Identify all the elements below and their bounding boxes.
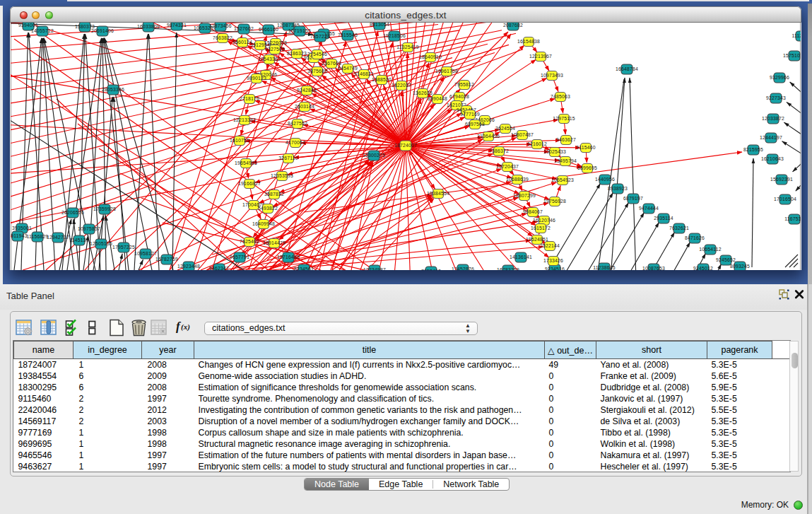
- svg-text:3624554: 3624554: [495, 126, 515, 131]
- svg-text:1733426: 1733426: [543, 258, 563, 263]
- svg-text:16154838: 16154838: [517, 39, 540, 44]
- svg-text:8471626: 8471626: [685, 235, 705, 240]
- svg-text:5493822: 5493822: [258, 206, 278, 211]
- svg-text:1615172: 1615172: [531, 226, 551, 230]
- svg-text:1440956: 1440956: [595, 177, 615, 182]
- svg-text:16210643: 16210643: [761, 156, 784, 161]
- svg-text:10025433: 10025433: [543, 149, 566, 154]
- svg-text:2718176: 2718176: [240, 96, 259, 101]
- svg-text:7485063: 7485063: [551, 94, 570, 99]
- svg-text:10543362: 10543362: [258, 57, 281, 62]
- svg-text:9327505: 9327505: [265, 47, 285, 52]
- svg-text:2754546: 2754546: [307, 52, 327, 57]
- svg-text:9245012: 9245012: [693, 266, 713, 271]
- svg-text:9660124: 9660124: [233, 40, 252, 45]
- svg-text:2603144: 2603144: [295, 104, 314, 109]
- svg-text:15300275: 15300275: [363, 153, 385, 158]
- svg-text:16914479: 16914479: [263, 240, 286, 245]
- svg-text:11238645: 11238645: [593, 265, 616, 270]
- svg-text:12975115: 12975115: [553, 116, 575, 121]
- svg-text:9874321: 9874321: [167, 23, 187, 28]
- svg-text:6216012: 6216012: [527, 141, 547, 146]
- svg-text:17957225: 17957225: [112, 245, 135, 250]
- svg-text:2935114: 2935114: [654, 216, 673, 221]
- svg-text:6794028: 6794028: [449, 94, 469, 99]
- svg-text:26206576: 26206576: [61, 210, 84, 215]
- svg-text:2087682: 2087682: [503, 23, 523, 28]
- svg-text:9657791: 9657791: [230, 255, 249, 259]
- svg-text:6899695: 6899695: [577, 165, 597, 170]
- svg-text:9463627: 9463627: [556, 137, 576, 142]
- svg-text:15716485: 15716485: [277, 255, 300, 259]
- svg-text:18724007: 18724007: [394, 143, 417, 148]
- svg-text:10654923: 10654923: [551, 177, 574, 182]
- svg-text:1145139: 1145139: [69, 238, 89, 243]
- svg-text:10654112: 10654112: [699, 247, 722, 252]
- svg-text:1527602: 1527602: [234, 26, 254, 31]
- svg-text:15751074: 15751074: [783, 53, 806, 58]
- svg-text:9084067: 9084067: [523, 209, 543, 214]
- svg-text:11156829: 11156829: [26, 234, 48, 239]
- svg-text:3875685: 3875685: [307, 69, 327, 74]
- svg-text:19218506: 19218506: [383, 33, 406, 38]
- svg-text:16961758: 16961758: [435, 69, 458, 74]
- svg-text:(x): (x): [181, 322, 190, 332]
- svg-text:15692391: 15692391: [770, 177, 793, 182]
- svg-text:2367608: 2367608: [322, 61, 341, 66]
- svg-text:3267110: 3267110: [278, 156, 298, 160]
- svg-text:9890123: 9890123: [247, 76, 266, 81]
- svg-text:1167533: 1167533: [784, 216, 804, 221]
- svg-text:9394001: 9394001: [18, 23, 38, 28]
- svg-text:7625402: 7625402: [240, 239, 259, 244]
- svg-text:6966160: 6966160: [259, 27, 278, 32]
- svg-text:10719155: 10719155: [288, 28, 311, 33]
- svg-text:15720437: 15720437: [496, 164, 519, 169]
- svg-text:19166827: 19166827: [238, 181, 261, 186]
- svg-text:9777169: 9777169: [460, 112, 480, 117]
- svg-text:13452876: 13452876: [452, 267, 474, 271]
- svg-text:12353593: 12353593: [271, 173, 293, 178]
- svg-text:17016504: 17016504: [774, 197, 796, 201]
- svg-text:16120746: 16120746: [533, 218, 555, 223]
- svg-text:7663822: 7663822: [213, 35, 233, 40]
- svg-text:12213383: 12213383: [233, 117, 256, 122]
- svg-text:1822037: 1822037: [392, 83, 411, 88]
- svg-text:11325419: 11325419: [396, 45, 419, 49]
- svg-text:7857224: 7857224: [310, 34, 330, 39]
- svg-text:8215955: 8215955: [743, 147, 763, 152]
- svg-text:12213967: 12213967: [529, 54, 552, 59]
- svg-text:20691406: 20691406: [91, 28, 114, 33]
- svg-text:7653412: 7653412: [421, 269, 441, 274]
- svg-text:10973493: 10973493: [541, 73, 563, 78]
- svg-text:2522144: 2522144: [540, 243, 560, 248]
- svg-text:8427552: 8427552: [288, 121, 307, 126]
- svg-text:4170064: 4170064: [286, 140, 305, 145]
- svg-text:14055712: 14055712: [31, 28, 54, 33]
- svg-text:7632621: 7632621: [669, 226, 689, 230]
- svg-text:12942737: 12942737: [47, 235, 69, 240]
- svg-text:9245652: 9245652: [716, 257, 736, 262]
- svg-text:9227343: 9227343: [766, 95, 786, 100]
- svg-text:6897568: 6897568: [465, 122, 485, 127]
- svg-text:9146821: 9146821: [354, 71, 374, 76]
- svg-text:13495794: 13495794: [554, 158, 577, 163]
- svg-text:19654985: 19654985: [235, 160, 257, 165]
- svg-text:3911943: 3911943: [8, 233, 28, 238]
- svg-text:1610755: 1610755: [230, 138, 249, 143]
- svg-text:9329966: 9329966: [770, 75, 789, 80]
- svg-text:6879197: 6879197: [623, 196, 643, 201]
- svg-text:9462347: 9462347: [209, 266, 229, 271]
- svg-text:12444197: 12444197: [760, 135, 782, 140]
- svg-text:18807299: 18807299: [513, 193, 536, 198]
- svg-text:8813054: 8813054: [370, 22, 389, 27]
- svg-text:9474444: 9474444: [639, 206, 659, 211]
- svg-text:7515546: 7515546: [338, 33, 358, 37]
- svg-text:8454749: 8454749: [338, 66, 358, 71]
- svg-text:16409948: 16409948: [252, 221, 275, 226]
- svg-text:8234561: 8234561: [294, 267, 314, 271]
- svg-text:3935001: 3935001: [12, 226, 32, 230]
- svg-text:16783259: 16783259: [497, 267, 519, 272]
- svg-text:19384554: 19384554: [427, 191, 449, 196]
- svg-text:8938923: 8938923: [608, 186, 628, 191]
- svg-text:3587832: 3587832: [264, 192, 284, 197]
